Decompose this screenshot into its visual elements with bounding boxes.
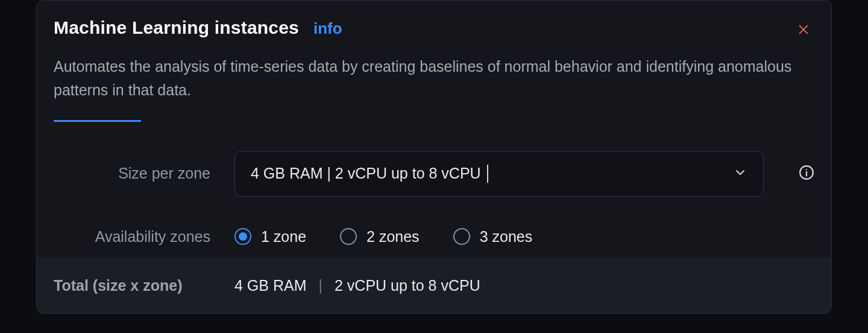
- panel-header: Machine Learning instances info Automate…: [37, 1, 831, 122]
- size-per-zone-select[interactable]: 4 GB RAM | 2 vCPU up to 8 vCPU: [234, 151, 764, 197]
- size-info-button[interactable]: [799, 165, 814, 183]
- divider: |: [318, 277, 322, 294]
- close-icon: [797, 23, 810, 39]
- availability-zones-label: Availability zones: [54, 228, 210, 246]
- active-tab-indicator: [54, 120, 141, 122]
- total-label: Total (size x zone): [54, 277, 210, 294]
- radio-icon: [234, 228, 251, 245]
- zone-option-2[interactable]: 2 zones: [340, 228, 420, 246]
- size-per-zone-label: Size per zone: [54, 165, 210, 182]
- panel-title: Machine Learning instances: [54, 17, 299, 38]
- availability-zones-row: Availability zones 1 zone 2 zones 3 zone…: [54, 228, 814, 246]
- size-per-zone-row: Size per zone 4 GB RAM | 2 vCPU up to 8 …: [54, 151, 814, 197]
- chevron-down-icon: [733, 165, 747, 182]
- total-bar: Total (size x zone) 4 GB RAM | 2 vCPU up…: [37, 258, 831, 313]
- zone-option-3[interactable]: 3 zones: [453, 228, 533, 246]
- total-values: 4 GB RAM | 2 vCPU up to 8 vCPU: [234, 277, 480, 294]
- panel-description: Automates the analysis of time-series da…: [54, 55, 807, 102]
- availability-zones-radios: 1 zone 2 zones 3 zones: [234, 228, 532, 246]
- zone-option-3-label: 3 zones: [480, 228, 533, 246]
- info-link[interactable]: info: [313, 19, 342, 38]
- ml-instances-panel: Machine Learning instances info Automate…: [36, 0, 832, 314]
- size-per-zone-value-text: 4 GB RAM | 2 vCPU up to 8 vCPU: [251, 165, 481, 182]
- close-button[interactable]: [795, 22, 812, 39]
- zone-option-2-label: 2 zones: [366, 228, 420, 246]
- total-cpu: 2 vCPU up to 8 vCPU: [335, 277, 480, 294]
- text-cursor: [487, 165, 488, 183]
- form-area: Size per zone 4 GB RAM | 2 vCPU up to 8 …: [37, 122, 831, 246]
- zone-option-1[interactable]: 1 zone: [234, 228, 306, 246]
- total-ram: 4 GB RAM: [234, 277, 306, 294]
- radio-icon: [340, 228, 357, 245]
- svg-point-4: [806, 169, 807, 170]
- size-per-zone-value: 4 GB RAM | 2 vCPU up to 8 vCPU: [251, 165, 488, 183]
- title-row: Machine Learning instances info: [54, 17, 814, 38]
- zone-option-1-label: 1 zone: [261, 228, 306, 246]
- info-icon: [799, 165, 814, 183]
- radio-icon: [453, 228, 470, 245]
